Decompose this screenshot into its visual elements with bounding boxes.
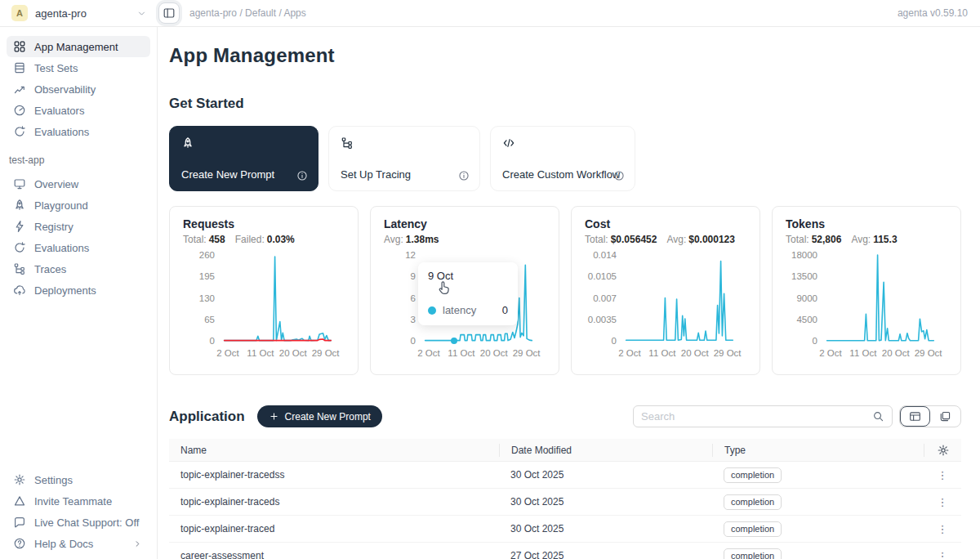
table-row[interactable]: topic-explainer-traceds30 Oct 2025comple… — [169, 489, 961, 516]
card-view-icon — [939, 410, 951, 423]
table-row[interactable]: career-assessment27 Oct 2025completion⋮ — [169, 543, 961, 559]
svg-text:0.014: 0.014 — [593, 250, 617, 260]
get-started-card-set-up-tracing[interactable]: Set Up Tracing — [328, 126, 480, 191]
column-settings-cell — [924, 444, 961, 457]
table-view-button[interactable] — [900, 406, 930, 427]
sidebar-item-label: Test Sets — [34, 62, 78, 74]
svg-text:260: 260 — [199, 250, 215, 260]
page-title: App Management — [169, 44, 961, 67]
workspace-avatar: A — [11, 5, 28, 21]
application-title: Application — [169, 409, 245, 425]
svg-text:0: 0 — [210, 336, 215, 346]
sidebar-item-playground[interactable]: Playground — [7, 195, 150, 216]
cell-type: completion — [712, 548, 924, 559]
svg-text:0.0035: 0.0035 — [588, 315, 617, 324]
cell-type: completion — [712, 494, 924, 510]
create-new-prompt-button[interactable]: Create New Prompt — [257, 405, 382, 427]
sidebar-item-label: App Management — [34, 41, 118, 53]
more-actions-button[interactable]: ⋮ — [938, 497, 948, 508]
grid-icon — [13, 40, 26, 53]
cell-date-modified: 30 Oct 2025 — [499, 469, 712, 481]
svg-text:18000: 18000 — [791, 250, 817, 260]
tooltip-series-name: latency — [443, 304, 476, 316]
sidebar-item-label: Help & Docs — [34, 538, 93, 550]
more-actions-button[interactable]: ⋮ — [938, 524, 948, 534]
sidebar-item-overview[interactable]: Overview — [7, 173, 150, 195]
svg-text:9000: 9000 — [796, 293, 817, 303]
metric-card-requests: RequestsTotal:458Failed:0.03%06513019526… — [169, 206, 359, 375]
column-settings-icon[interactable] — [937, 444, 950, 457]
gear-icon — [13, 473, 26, 486]
sidebar-item-label: Evaluators — [34, 105, 84, 117]
search-icon[interactable] — [872, 410, 884, 423]
cell-date-modified: 30 Oct 2025 — [499, 496, 712, 508]
cycle-icon — [13, 241, 26, 254]
sidebar-item-label: Settings — [34, 474, 73, 486]
sidebar-toggle-button[interactable] — [158, 2, 180, 24]
sidebar-item-evaluators[interactable]: Evaluators — [7, 100, 150, 121]
search-box — [633, 405, 893, 427]
stat: Total:458 — [183, 234, 225, 245]
sidebar-item-test-sets[interactable]: Test Sets — [7, 57, 150, 78]
get-started-card-create-custom-workflow[interactable]: Create Custom Workflow — [490, 126, 635, 191]
sidebar-item-label: Traces — [34, 263, 66, 275]
svg-text:20 Oct: 20 Oct — [279, 348, 308, 358]
bolt-icon — [13, 220, 26, 233]
testsets-icon — [13, 61, 26, 74]
branch-icon — [13, 262, 26, 275]
view-toggle — [899, 405, 961, 427]
card-label: Create Custom Workflow — [502, 168, 620, 181]
column-header-name[interactable]: Name — [169, 444, 499, 457]
svg-text:11 Oct: 11 Oct — [648, 348, 676, 358]
chart-title: Latency — [384, 217, 546, 230]
get-started-card-create-new-prompt[interactable]: Create New Prompt — [169, 126, 318, 191]
sidebar-item-live-chat[interactable]: Live Chat Support: Off — [7, 512, 150, 533]
tooltip-series-row: latency0 — [428, 304, 508, 316]
sidebar-item-app-management[interactable]: App Management — [7, 36, 150, 57]
version-label: agenta v0.59.10 — [898, 7, 968, 19]
more-actions-button[interactable]: ⋮ — [938, 551, 948, 559]
sidebar-item-label: Observability — [34, 83, 96, 96]
chevron-right-icon — [131, 539, 144, 549]
svg-text:29 Oct: 29 Oct — [714, 348, 742, 358]
sidebar-item-label: Live Chat Support: Off — [34, 517, 139, 529]
cell-name: topic-explainer-traceds — [169, 496, 499, 508]
info-icon — [296, 170, 308, 181]
sidebar-item-deployments[interactable]: Deployments — [7, 280, 150, 301]
applications-table: NameDate ModifiedType topic-explainer-tr… — [169, 439, 961, 559]
sidebar-item-evaluations-app[interactable]: Evaluations — [7, 237, 150, 258]
branch-icon — [341, 136, 354, 150]
svg-text:2 Oct: 2 Oct — [417, 348, 440, 358]
card-view-button[interactable] — [930, 406, 960, 427]
svg-text:2 Oct: 2 Oct — [618, 348, 641, 358]
breadcrumb: agenta-pro / Default / Apps — [189, 7, 306, 19]
table-header: NameDate ModifiedType — [169, 439, 961, 462]
table-row[interactable]: topic-explainer-traced30 Oct 2025complet… — [169, 516, 961, 543]
cell-actions: ⋮ — [924, 470, 961, 481]
cell-date-modified: 27 Oct 2025 — [499, 550, 712, 559]
svg-text:29 Oct: 29 Oct — [312, 348, 341, 358]
metric-charts: RequestsTotal:458Failed:0.03%06513019526… — [169, 206, 961, 375]
chart-tooltip: 9 Octlatency0 — [418, 262, 518, 325]
svg-text:11 Oct: 11 Oct — [849, 348, 877, 358]
sidebar-item-observability[interactable]: Observability — [7, 78, 150, 100]
metric-card-latency: LatencyAvg:1.38ms0369122 Oct11 Oct20 Oct… — [370, 206, 559, 375]
search-input[interactable] — [641, 410, 872, 423]
sidebar-item-evaluations[interactable]: Evaluations — [7, 121, 150, 142]
column-header-type[interactable]: Type — [712, 444, 924, 457]
more-actions-button[interactable]: ⋮ — [938, 470, 948, 481]
sidebar-item-settings[interactable]: Settings — [7, 469, 150, 490]
column-header-date-modified[interactable]: Date Modified — [499, 444, 712, 457]
workspace-selector[interactable]: A agenta-pro — [0, 5, 147, 21]
sidebar-item-registry[interactable]: Registry — [7, 216, 150, 237]
sidebar-item-traces[interactable]: Traces — [7, 258, 150, 280]
gauge-icon — [13, 104, 26, 117]
chart-stats: Total:52,806Avg:115.3 — [786, 234, 947, 245]
sidebar-item-invite-teammate[interactable]: Invite Teammate — [7, 490, 150, 512]
table-row[interactable]: topic-explainer-tracedss30 Oct 2025compl… — [169, 462, 961, 489]
sidebar-item-help-docs[interactable]: Help & Docs — [7, 533, 150, 554]
workspace-name: agenta-pro — [35, 7, 129, 20]
svg-text:6: 6 — [411, 293, 416, 303]
type-badge: completion — [724, 494, 782, 510]
sidebar-item-label: Invite Teammate — [34, 495, 112, 508]
